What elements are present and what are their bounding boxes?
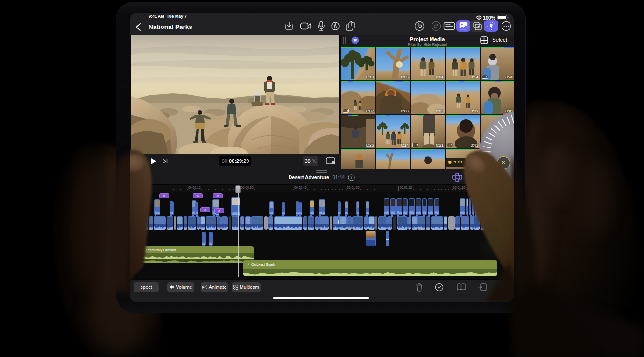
svg-text:i: i <box>351 175 352 180</box>
svg-text:100%: 100% <box>483 15 496 20</box>
